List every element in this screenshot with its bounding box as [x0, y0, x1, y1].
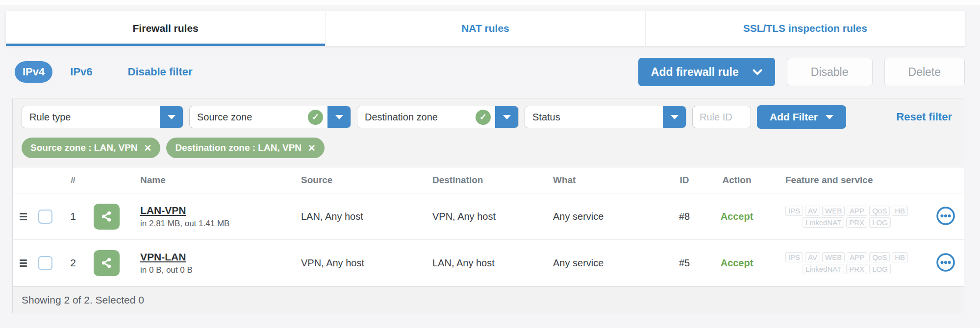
- destination-zone-dropdown[interactable]: Destination zone ✓: [357, 106, 519, 128]
- drag-handle-icon[interactable]: [20, 259, 31, 267]
- add-filter-label: Add Filter: [770, 111, 818, 123]
- active-filter-chips: Source zone : LAN, VPN ✕ Destination zon…: [13, 133, 964, 167]
- ipv4-toggle[interactable]: IPv4: [15, 61, 52, 83]
- rule-what: Any service: [538, 258, 661, 269]
- top-strip: [0, 0, 980, 5]
- tab-firewall-rules[interactable]: Firewall rules: [6, 11, 325, 46]
- badge-linkednat: LinkedNAT: [803, 264, 844, 274]
- header-feature-and-service: Feature and service: [766, 175, 928, 186]
- add-firewall-rule-button[interactable]: Add firewall rule: [638, 58, 775, 86]
- badge-log: LOG: [869, 217, 891, 228]
- source-zone-dropdown-label: Source zone: [190, 112, 308, 123]
- rule-name-link[interactable]: LAN-VPN: [140, 205, 186, 216]
- table-row: 2 VPN-LAN in 0 B, out 0 B VPN, Any host …: [13, 240, 964, 286]
- destination-zone-dropdown-label: Destination zone: [357, 112, 476, 123]
- row-checkbox[interactable]: [38, 256, 52, 270]
- badge-av: AV: [805, 252, 820, 262]
- tab-ssl-tls-inspection-rules[interactable]: SSL/TLS inspection rules: [645, 11, 965, 46]
- header-what: What: [538, 175, 661, 186]
- table-footer: Showing 2 of 2. Selected 0: [13, 286, 964, 313]
- rule-type-dropdown[interactable]: Rule type: [22, 106, 183, 128]
- disable-button[interactable]: Disable: [787, 58, 873, 86]
- header-id: ID: [661, 175, 708, 186]
- feature-badges: IPS AV WEB APP QoS HB LinkedNAT PRX LOG: [766, 252, 928, 274]
- chevron-down-icon: [826, 115, 833, 119]
- rule-type-dropdown-label: Rule type: [22, 112, 160, 123]
- chevron-down-icon: [327, 106, 351, 128]
- badge-hb: HB: [892, 252, 908, 262]
- header-action: Action: [708, 175, 766, 186]
- row-number: 2: [59, 257, 87, 269]
- badge-hb: HB: [892, 206, 908, 216]
- feature-badges: IPS AV WEB APP QoS HB LinkedNAT PRX LOG: [766, 206, 928, 228]
- filter-chip-destination-zone: Destination zone : LAN, VPN ✕: [166, 138, 325, 158]
- rule-destination: LAN, Any host: [418, 258, 538, 269]
- delete-button[interactable]: Delete: [884, 58, 965, 86]
- table-row: 1 LAN-VPN in 2.81 MB, out 1.41 MB LAN, A…: [13, 193, 964, 240]
- badge-web: WEB: [822, 206, 845, 216]
- filter-chip-source-zone: Source zone : LAN, VPN ✕: [22, 138, 160, 158]
- tab-nat-rules[interactable]: NAT rules: [325, 11, 645, 46]
- chevron-down-icon: [160, 106, 183, 128]
- drag-handle-icon[interactable]: [20, 213, 31, 220]
- badge-ips: IPS: [785, 206, 803, 216]
- rule-traffic: in 2.81 MB, out 1.41 MB: [140, 219, 286, 229]
- rule-id-input[interactable]: [692, 106, 751, 128]
- chevron-down-icon: [753, 69, 762, 75]
- badge-prx: PRX: [846, 264, 867, 274]
- chevron-down-icon: [663, 106, 686, 128]
- badge-ips: IPS: [785, 252, 803, 262]
- header-name: Name: [126, 175, 286, 186]
- badge-log: LOG: [869, 264, 891, 274]
- filter-chip-label: Source zone : LAN, VPN: [30, 142, 138, 153]
- rule-name-link[interactable]: VPN-LAN: [140, 251, 186, 263]
- rule-destination: VPN, Any host: [418, 211, 538, 222]
- badge-web: WEB: [822, 252, 845, 262]
- header-destination: Destination: [418, 175, 538, 186]
- reset-filter-link[interactable]: Reset filter: [896, 111, 955, 123]
- check-circle-icon: ✓: [308, 110, 323, 125]
- ellipsis-menu-icon: [936, 206, 955, 226]
- status-dropdown-label: Status: [525, 112, 663, 123]
- share-rule-icon: [94, 204, 120, 230]
- row-menu-button[interactable]: [936, 206, 955, 227]
- showing-status-text: Showing 2 of 2. Selected 0: [22, 294, 144, 306]
- rule-id: #5: [661, 258, 708, 269]
- rule-source: LAN, Any host: [286, 211, 418, 222]
- rule-source: VPN, Any host: [286, 258, 418, 269]
- badge-qos: QoS: [869, 252, 890, 262]
- source-zone-dropdown[interactable]: Source zone ✓: [189, 106, 351, 128]
- rule-id: #8: [661, 211, 708, 222]
- rule-traffic: in 0 B, out 0 B: [140, 265, 286, 275]
- add-filter-button[interactable]: Add Filter: [757, 105, 846, 129]
- chevron-down-icon: [495, 106, 518, 128]
- ipv6-toggle[interactable]: IPv6: [70, 66, 92, 78]
- share-rule-icon: [94, 250, 120, 276]
- rule-action: Accept: [708, 258, 766, 269]
- badge-linkednat: LinkedNAT: [803, 217, 844, 228]
- ellipsis-menu-icon: [936, 253, 955, 272]
- row-checkbox[interactable]: [38, 210, 52, 224]
- disable-filter-link[interactable]: Disable filter: [128, 66, 193, 78]
- rule-action: Accept: [708, 211, 766, 222]
- filter-bar: Rule type Source zone ✓ Destination zone…: [13, 98, 964, 133]
- status-dropdown[interactable]: Status: [525, 106, 686, 128]
- header-source: Source: [286, 175, 418, 186]
- filter-chip-label: Destination zone : LAN, VPN: [175, 142, 302, 153]
- firewall-rules-panel: Rule type Source zone ✓ Destination zone…: [12, 98, 964, 313]
- rule-what: Any service: [538, 211, 661, 222]
- row-number: 1: [59, 211, 87, 222]
- table-header-row: # Name Source Destination What ID Action…: [13, 167, 964, 193]
- badge-app: APP: [847, 206, 867, 216]
- add-firewall-rule-label: Add firewall rule: [651, 66, 739, 79]
- badge-qos: QoS: [869, 206, 890, 216]
- badge-av: AV: [805, 206, 820, 216]
- row-menu-button[interactable]: [936, 253, 955, 274]
- badge-prx: PRX: [846, 217, 867, 228]
- tab-bar: Firewall rules NAT rules SSL/TLS inspect…: [6, 11, 965, 46]
- remove-filter-icon[interactable]: ✕: [308, 143, 316, 153]
- header-number: #: [59, 175, 87, 186]
- controls-row: IPv4 IPv6 Disable filter Add firewall ru…: [15, 58, 965, 86]
- badge-app: APP: [847, 252, 867, 262]
- remove-filter-icon[interactable]: ✕: [144, 143, 152, 153]
